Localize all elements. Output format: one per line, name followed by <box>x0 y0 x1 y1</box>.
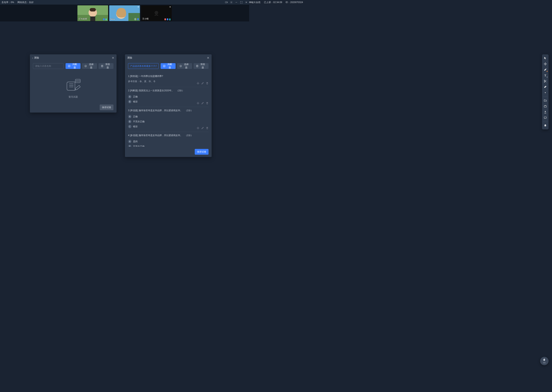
course-title: 神秘大自然 <box>249 1 249 4</box>
question-option[interactable]: C错误 <box>128 124 209 129</box>
question-option[interactable]: B不完全正确 <box>128 119 209 124</box>
edit-icon[interactable] <box>201 102 204 105</box>
close-window-icon[interactable] <box>245 1 248 4</box>
add-choice-button[interactable]: 选择题 <box>82 63 97 69</box>
move-icon[interactable] <box>197 127 199 129</box>
question-title: 3 [单选题] 施华洛世奇是反华品牌，所以梁鼎琪反华。 （2分） <box>128 109 209 112</box>
question-list: 1 [简答题] 一年四季分别是哪四季?参考答案：春、夏、秋、冬2 [判断题] 我… <box>125 71 212 147</box>
svg-point-27 <box>78 81 78 81</box>
participant-name: 王小明 <box>142 17 149 20</box>
quiz-name-input[interactable] <box>128 63 159 69</box>
delete-icon[interactable] <box>206 102 209 105</box>
video-tile-teacher[interactable]: 叮当老师 <box>77 5 108 21</box>
svg-point-16 <box>156 12 157 13</box>
mic-icon <box>137 18 139 20</box>
tile-close-icon[interactable]: ✕ <box>169 6 171 8</box>
add-judge-button[interactable]: 判断题 <box>161 63 175 69</box>
question-item: 4 [多选题] 施华洛世奇是反华品牌，所以梁鼎琪反华。 （2分）A是的B不完全正… <box>128 132 209 147</box>
svg-point-14 <box>135 19 136 20</box>
close-icon[interactable]: ✕ <box>207 56 209 60</box>
add-short-button[interactable]: 简答题 <box>194 63 209 69</box>
svg-rect-8 <box>90 8 96 12</box>
question-title: 1 [简答题] 一年四季分别是哪四季? <box>128 75 209 78</box>
svg-point-1 <box>231 2 232 3</box>
svg-rect-29 <box>163 65 165 67</box>
add-judge-button[interactable]: 判断题 <box>65 63 80 69</box>
delete-icon[interactable] <box>206 82 209 84</box>
quiz-panel-filled: 测验 ✕ 判断题 选择题 简答题 1 [简答题] 一年四季分别是哪四季?参考答案… <box>125 54 212 157</box>
minimize-icon[interactable] <box>235 1 238 4</box>
panel-title: 测验 <box>34 56 39 60</box>
edit-icon[interactable] <box>201 127 204 129</box>
empty-illustration-icon <box>65 78 82 93</box>
tile-close-icon[interactable]: ✕ <box>138 6 139 8</box>
question-option[interactable]: A是的 <box>128 139 209 144</box>
video-tile-student-camoff[interactable]: ✕ 王小明 <box>141 5 172 21</box>
video-strip: 叮当老师 ✕ Nina ✕ 王小明 <box>0 5 249 21</box>
svg-rect-0 <box>225 2 227 3</box>
question-item: 2 [判断题] 我国宪法上一次更新是在2020年。 （2分）A正确B错误 <box>128 87 209 107</box>
question-item: 3 [单选题] 施华洛世奇是反华品牌，所以梁鼎琪反华。 （2分）A正确B不完全正… <box>128 107 209 132</box>
quiz-name-input[interactable] <box>33 63 64 69</box>
question-title: 2 [判断题] 我国宪法上一次更新是在2020年。 （2分） <box>128 89 209 92</box>
question-option[interactable]: B错误 <box>128 99 209 104</box>
mic-muted-icon <box>164 18 166 20</box>
close-icon[interactable]: ✕ <box>112 56 114 60</box>
question-option[interactable]: B不完全正确 <box>128 144 209 147</box>
question-option[interactable]: A正确 <box>128 94 209 99</box>
move-icon[interactable] <box>197 82 199 84</box>
camera-toggle-icon[interactable] <box>225 1 228 4</box>
mic-icon <box>103 18 105 20</box>
question-item: 1 [简答题] 一年四季分别是哪四季?参考答案：春、夏、秋、冬 <box>128 73 209 87</box>
svg-point-15 <box>155 11 158 14</box>
svg-point-26 <box>76 81 77 81</box>
question-title: 4 [多选题] 施华洛世奇是反华品牌，所以梁鼎琪反华。 （2分） <box>128 134 209 137</box>
participant-name: Nina <box>110 18 115 20</box>
reference-answer: 参考答案：春、夏、秋、冬 <box>128 80 209 83</box>
back-icon[interactable]: ‹ <box>32 56 33 59</box>
edit-icon[interactable] <box>201 82 204 84</box>
svg-point-28 <box>79 81 80 81</box>
mic-icon <box>167 18 168 20</box>
svg-rect-9 <box>90 16 95 21</box>
target-icon <box>134 18 137 20</box>
svg-rect-17 <box>68 65 70 67</box>
settings-icon[interactable] <box>230 1 233 4</box>
save-quiz-button[interactable]: 保存试卷 <box>195 149 209 155</box>
participant-name: 叮当老师 <box>79 17 87 20</box>
add-short-button[interactable]: 简答题 <box>99 63 113 69</box>
fullscreen-icon[interactable] <box>240 1 243 4</box>
panel-title: 测验 <box>127 56 132 60</box>
network-status: 网络状态：良好 <box>17 1 34 4</box>
top-status-bar: 丢包率：0% 网络状态：良好 神秘大自然 已上课：02:34:09 ID：202… <box>0 0 249 5</box>
add-choice-button[interactable]: 选择题 <box>177 63 192 69</box>
question-option[interactable]: A正确 <box>128 114 209 119</box>
empty-text: 暂无试题 <box>69 95 78 98</box>
save-quiz-button[interactable]: 保存试卷 <box>100 105 113 110</box>
camera-off-icon <box>153 10 160 17</box>
packet-loss: 丢包率：0% <box>1 1 14 4</box>
move-icon[interactable] <box>197 102 199 105</box>
delete-icon[interactable] <box>206 127 209 129</box>
empty-state: 暂无试题 <box>33 73 113 102</box>
video-tile-student[interactable]: ✕ Nina <box>109 5 140 21</box>
quiz-panel-empty: ‹ 测验 ✕ 判断题 选择题 简答题 暂无试题 保存试卷 <box>30 54 116 112</box>
